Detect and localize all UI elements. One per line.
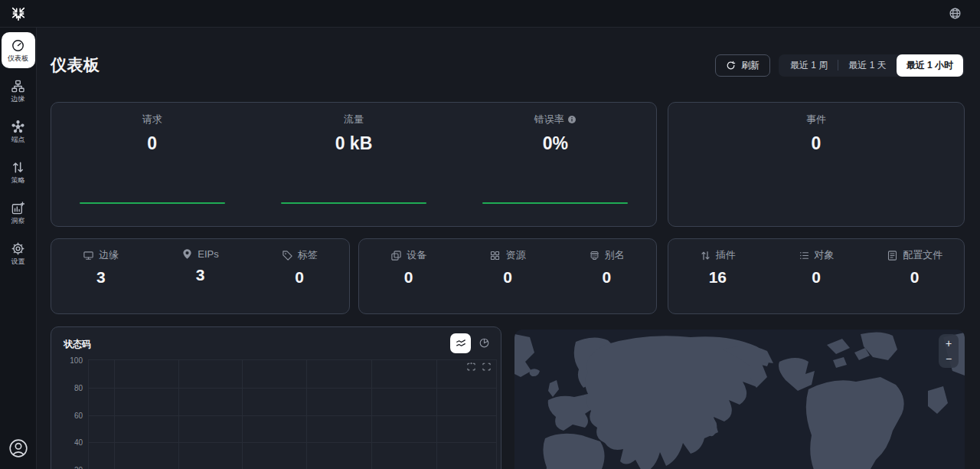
time-range-day[interactable]: 最近 1 天 — [838, 54, 896, 77]
error-rate-sparkline — [482, 202, 628, 204]
stat-value: 0 kB — [335, 133, 373, 154]
stat-events: 事件 0 — [668, 103, 964, 154]
refresh-button[interactable]: 刷新 — [715, 54, 770, 77]
count-value: 0 — [404, 268, 413, 287]
count-value: 16 — [709, 268, 727, 287]
main-content: 仪表板 刷新 最近 1 周 最近 1 天 最近 1 小时 — [37, 28, 980, 469]
count-value: 0 — [812, 268, 821, 287]
time-range-segmented: 最近 1 周 最近 1 天 最近 1 小时 — [779, 54, 965, 77]
time-range-hour[interactable]: 最近 1 小时 — [897, 54, 963, 77]
resources-grid-icon — [489, 250, 501, 261]
page-title: 仪表板 — [51, 54, 100, 76]
stat-value: 0 — [812, 133, 822, 154]
stat-requests: 请求 0 — [51, 103, 253, 226]
y-axis-tick: 40 — [60, 438, 83, 447]
sidebar-item-settings[interactable]: 设置 — [2, 235, 35, 271]
world-map — [514, 330, 965, 469]
info-icon[interactable] — [567, 115, 577, 124]
count-label: 别名 — [605, 248, 625, 262]
count-eips: EIPs 3 — [151, 239, 250, 313]
world-map-panel[interactable]: + − — [514, 330, 965, 469]
up-down-arrows-icon — [11, 160, 25, 175]
count-aliases: com 别名 0 — [557, 239, 656, 313]
sidebar-item-label: 策略 — [11, 177, 25, 184]
zoom-in-button[interactable]: + — [939, 336, 959, 351]
status-code-chart-card: 状态码 100 80 60 40 20 — [51, 326, 501, 469]
sidebar-item-insights[interactable]: 洞察 — [2, 195, 35, 231]
time-range-week[interactable]: 最近 1 周 — [780, 54, 838, 77]
plugins-arrows-icon — [700, 250, 711, 261]
stat-label: 事件 — [806, 113, 826, 126]
landmass — [543, 434, 604, 469]
topbar — [0, 0, 980, 28]
sidebar-item-label: 仪表板 — [8, 55, 28, 62]
network-icon — [11, 79, 25, 93]
refresh-icon — [726, 61, 736, 71]
requests-sparkline — [80, 202, 225, 204]
stat-value: 0 — [147, 133, 157, 154]
sidebar-item-label: 边缘 — [11, 96, 25, 103]
count-label: 标签 — [298, 248, 318, 262]
page-header: 仪表板 刷新 最近 1 周 最近 1 天 最近 1 小时 — [51, 54, 965, 77]
refresh-label: 刷新 — [741, 59, 760, 72]
devices-icon — [390, 250, 402, 261]
map-zoom-control: + − — [939, 334, 959, 368]
insights-chart-icon — [11, 201, 25, 215]
stat-value: 0% — [543, 133, 568, 154]
landmass — [529, 369, 540, 376]
user-avatar-icon[interactable] — [8, 438, 28, 458]
y-axis-tick: 60 — [60, 412, 83, 420]
sidebar-item-label: 端点 — [11, 136, 25, 143]
objects-list-icon — [799, 250, 810, 261]
sidebar: 仪表板 边缘 端点 — [0, 28, 37, 469]
stat-label: 流量 — [344, 113, 364, 126]
count-value: 0 — [602, 268, 611, 287]
count-value: 0 — [295, 268, 304, 287]
alias-domain-icon: com — [589, 250, 600, 261]
y-axis-tick: 100 — [60, 356, 83, 365]
sidebar-item-edges[interactable]: 边缘 — [2, 73, 35, 109]
count-value: 0 — [503, 268, 512, 287]
count-label: 对象 — [815, 248, 835, 262]
events-card: 事件 0 — [668, 102, 965, 227]
traffic-sparkline — [281, 202, 426, 204]
count-value: 3 — [196, 266, 205, 284]
config-counts-card: 插件 16 对象 0 — [668, 238, 965, 314]
count-profiles: 配置文件 0 — [865, 239, 964, 313]
landmass — [548, 380, 559, 397]
stat-label: 请求 — [142, 113, 162, 126]
sidebar-item-label: 洞察 — [11, 218, 25, 225]
gauge-icon — [11, 38, 25, 53]
plot-area: 100 80 60 40 20 — [51, 359, 501, 469]
tag-icon — [282, 250, 293, 261]
zoom-out-button[interactable]: − — [939, 351, 959, 366]
zoom-reset-icon[interactable] — [482, 362, 492, 372]
compress-arrows-logo-icon[interactable] — [0, 5, 37, 22]
sidebar-item-policies[interactable]: 策略 — [2, 154, 35, 190]
globe-icon[interactable] — [949, 7, 962, 20]
landmass — [827, 339, 850, 354]
count-devices: 设备 0 — [359, 239, 458, 313]
count-objects: 对象 0 — [767, 239, 866, 313]
edge-monitor-icon — [83, 250, 94, 261]
overview-card: 请求 0 流量 0 kB 错误率 0% — [51, 102, 657, 227]
svg-text:com: com — [591, 254, 597, 257]
pie-chart-icon[interactable] — [479, 337, 490, 349]
count-plugins: 插件 16 — [668, 239, 767, 313]
sidebar-item-dashboard[interactable]: 仪表板 — [2, 32, 35, 68]
count-value: 0 — [910, 268, 920, 287]
line-chart-icon[interactable] — [450, 333, 471, 353]
count-tags: 标签 0 — [250, 239, 349, 313]
count-label: 配置文件 — [903, 248, 942, 262]
chart-grid[interactable]: 100 80 60 40 20 — [88, 359, 497, 469]
landmass — [806, 377, 904, 469]
chart-header: 状态码 — [51, 327, 501, 355]
count-edge: 边缘 3 — [51, 239, 151, 313]
app-window: 仪表板 边缘 端点 — [0, 0, 980, 469]
y-axis-tick: 20 — [60, 466, 83, 469]
sidebar-item-endpoints[interactable]: 端点 — [2, 113, 35, 149]
stat-label: 错误率 — [534, 113, 577, 126]
landmass — [928, 386, 948, 414]
box-zoom-icon[interactable] — [466, 362, 476, 372]
stat-traffic: 流量 0 kB — [253, 103, 454, 226]
